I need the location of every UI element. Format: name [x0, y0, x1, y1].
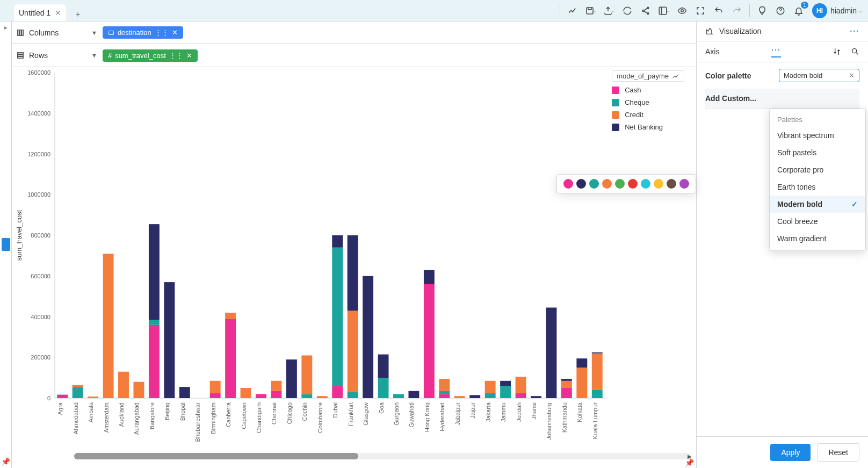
svg-rect-4 [660, 7, 667, 15]
row-pill[interactable]: # sum_travel_cost ⋮⋮ ✕ [103, 49, 198, 62]
search-icon[interactable] [851, 47, 859, 56]
palette-option[interactable]: Warm gradient [770, 230, 865, 247]
legend-item[interactable]: Credit [612, 111, 684, 119]
svg-rect-43 [164, 282, 175, 398]
tab-strip: Untitled 1 ✕ ＋ [0, 0, 551, 21]
panel-toggle-icon[interactable]: ▸ [4, 24, 8, 31]
svg-text:Capetown: Capetown [241, 402, 247, 429]
swatch [667, 179, 676, 189]
svg-rect-102 [516, 393, 526, 398]
refresh-icon[interactable] [619, 3, 635, 19]
file-tab-title: Untitled 1 [19, 9, 50, 17]
save-icon[interactable]: ⌵ [583, 3, 599, 19]
svg-rect-29 [73, 385, 83, 387]
clear-icon[interactable]: ✕ [849, 71, 855, 80]
palette-option-label: Vibrant spectrum [777, 131, 834, 140]
svg-point-1 [647, 7, 649, 9]
sort-icon[interactable] [833, 47, 841, 56]
more-icon[interactable]: ··· [771, 46, 781, 57]
fullscreen-icon[interactable] [692, 3, 708, 19]
svg-point-121 [852, 49, 857, 53]
palette-option[interactable]: Vibrant spectrum [770, 127, 865, 144]
user-menu[interactable]: HI hiadmin ⌵ [812, 3, 862, 18]
legend-title-box[interactable]: mode_of_payme [612, 70, 684, 82]
svg-rect-58 [271, 391, 281, 398]
color-palette-label: Color palette [705, 71, 751, 80]
undo-icon[interactable] [711, 3, 727, 19]
reset-button[interactable]: Reset [817, 443, 859, 462]
notification-icon[interactable]: 1 [791, 3, 807, 19]
apply-button[interactable]: Apply [770, 444, 811, 461]
svg-text:Jammu: Jammu [500, 402, 507, 422]
svg-rect-40 [149, 320, 160, 325]
svg-rect-105 [531, 396, 541, 398]
svg-text:1600000: 1600000 [27, 69, 50, 76]
add-tab-button[interactable]: ＋ [71, 8, 84, 21]
share-icon[interactable] [638, 3, 654, 19]
palette-option[interactable]: Earth tones [770, 178, 865, 196]
palette-option[interactable]: Soft pastels [770, 144, 865, 161]
pin-icon[interactable]: 📌 [685, 458, 694, 467]
svg-rect-45 [179, 387, 190, 398]
palette-option[interactable]: Cool breeze [770, 213, 865, 230]
svg-text:600000: 600000 [31, 273, 50, 279]
palette-option[interactable]: Corporate pro [770, 161, 865, 178]
remove-pill-icon[interactable]: ✕ [186, 52, 192, 60]
svg-rect-56 [256, 394, 266, 398]
chart[interactable]: 0200000400000600000800000100000012000001… [12, 67, 696, 468]
legend-item-label: Credit [625, 111, 643, 119]
close-tab-icon[interactable]: ✕ [55, 9, 61, 17]
export-icon[interactable]: ⌵ [601, 3, 617, 19]
add-custom-row[interactable]: Add Custom... [705, 89, 859, 109]
legend-item[interactable]: Net Banking [612, 123, 684, 131]
svg-rect-76 [363, 276, 373, 398]
svg-rect-52 [225, 313, 236, 319]
svg-rect-35 [118, 372, 129, 398]
svg-rect-51 [225, 319, 236, 398]
redo-icon[interactable] [729, 3, 745, 19]
right-panel-header: Visualization ··· [697, 21, 868, 41]
svg-rect-48 [210, 393, 221, 398]
svg-rect-59 [271, 381, 281, 391]
svg-rect-114 [576, 358, 587, 368]
rows-shelf[interactable]: Rows ▼ # sum_travel_cost ⋮⋮ ✕ [12, 44, 696, 67]
legend-item[interactable]: Cheque [612, 98, 684, 106]
svg-rect-96 [485, 393, 496, 398]
svg-rect-74 [348, 235, 358, 311]
palette-dropdown-header: Palettes [770, 112, 865, 127]
chart-type-icon[interactable] [565, 3, 581, 19]
layout-icon[interactable]: ⌵ [656, 3, 672, 19]
legend-item[interactable]: Cash [612, 86, 684, 94]
preview-icon[interactable] [674, 3, 690, 19]
file-tab[interactable]: Untitled 1 ✕ [13, 4, 67, 21]
color-palette-combo[interactable]: Modern bold ✕ [779, 69, 859, 82]
chevron-down-icon[interactable]: ▼ [91, 52, 97, 59]
svg-text:Jaipur: Jaipur [469, 402, 476, 419]
svg-rect-90 [439, 379, 450, 391]
left-rail-active-indicator[interactable] [2, 238, 10, 251]
remove-pill-icon[interactable]: ✕ [172, 28, 178, 37]
svg-rect-61 [286, 359, 297, 398]
more-icon[interactable]: ··· [850, 27, 859, 35]
columns-shelf[interactable]: Columns ▼ destination ⋮⋮ ✕ [12, 21, 696, 44]
main: ▸ 📌 Columns ▼ destination ⋮⋮ ✕ [0, 21, 868, 468]
palette-option[interactable]: Modern bold [770, 196, 865, 213]
pill-options-icon[interactable]: ⋮⋮ [155, 28, 169, 37]
axis-tab[interactable]: Axis [705, 47, 719, 56]
help-icon[interactable] [772, 3, 789, 19]
right-panel-body: Color palette Modern bold ✕ Add Custom..… [697, 62, 868, 436]
svg-text:Glasgow: Glasgow [363, 402, 369, 426]
swatch [615, 179, 625, 189]
palette-option-label: Corporate pro [777, 165, 823, 174]
chevron-down-icon[interactable]: ▼ [91, 30, 97, 36]
svg-text:Jakarta: Jakarta [485, 402, 491, 422]
svg-rect-9 [22, 30, 24, 35]
svg-rect-97 [485, 381, 496, 393]
column-pill[interactable]: destination ⋮⋮ ✕ [103, 26, 183, 39]
svg-text:Frankfurt: Frankfurt [348, 402, 354, 426]
pin-icon[interactable]: 📌 [1, 457, 10, 466]
pill-options-icon[interactable]: ⋮⋮ [169, 52, 183, 60]
lightbulb-icon[interactable] [754, 3, 770, 19]
svg-rect-26 [57, 395, 68, 398]
svg-rect-10 [108, 31, 113, 34]
